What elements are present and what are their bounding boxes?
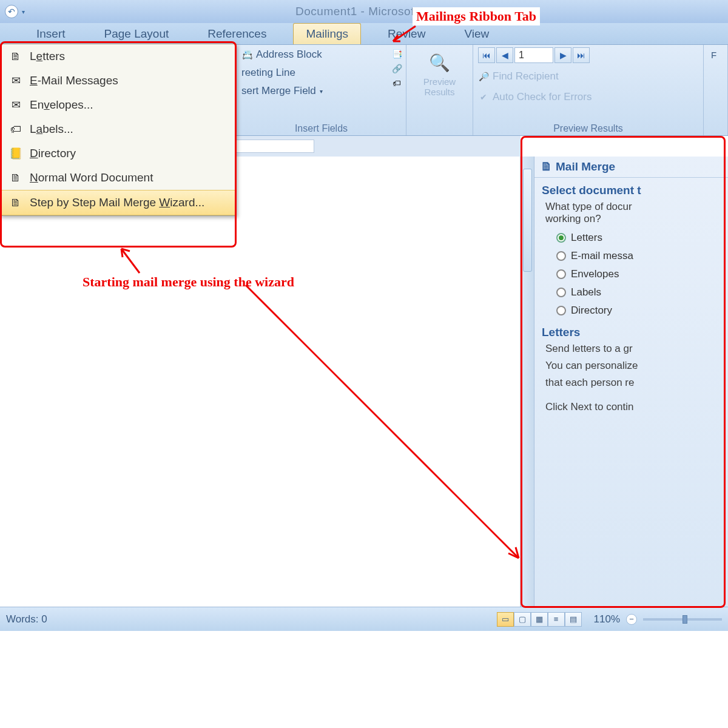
address-block-icon: 📇 [241,49,252,60]
view-buttons: ▭ ▢ ▦ ≡ ▤ [497,612,582,627]
greeting-line-label: reeting Line [241,67,295,79]
web-layout-view-button[interactable]: ▦ [531,612,548,627]
tab-view[interactable]: View [452,24,501,44]
print-layout-view-button[interactable]: ▭ [497,612,514,627]
radio-directory[interactable]: Directory [534,302,728,320]
tab-page-layout[interactable]: Page Layout [92,24,181,44]
zoom-slider[interactable] [643,618,722,621]
labels-icon: 🏷 [8,123,24,136]
preview-results-button[interactable]: 🔍 Preview Results [421,47,458,99]
find-icon: 🔎 [478,71,489,82]
envelope-icon: ✉ [8,98,24,112]
address-block-label: Address Block [256,49,322,61]
letters-title: Letters [534,320,728,342]
first-record-button[interactable]: ⏮ [478,47,495,63]
task-pane-header: 🗎 Mail Merge [534,157,728,178]
insert-merge-field-label: sert Merge Field [241,85,316,97]
zoom-level[interactable]: 110% [594,613,620,625]
radio-email[interactable]: E-mail messa [534,247,728,265]
radio-envelopes[interactable]: Envelopes [534,265,728,283]
radio-off-icon [556,288,566,297]
letters-desc-3: that each person re [534,376,728,393]
insert-merge-field-button[interactable]: sert Merge Field ▾ [241,84,323,98]
menu-item-envelopes[interactable]: ✉Envelopes... [1,93,236,117]
greeting-line-button[interactable]: reeting Line [241,66,295,80]
menu-item-letters[interactable]: 🗎Letters [1,44,236,69]
undo-button[interactable]: ↶ [5,5,18,18]
insert-fields-group-label: Insert Fields [241,122,401,134]
document-icon: 🗎 [8,172,24,184]
preview-icon: 🔍 [426,50,452,75]
find-recipient-button[interactable]: 🔎 Find Recipient [478,69,559,84]
radio-letters[interactable]: Letters [534,229,728,247]
radio-email-label: E-mail messa [571,250,633,262]
finish-button[interactable]: F [709,47,719,62]
menu-item-normal-doc[interactable]: 🗎Normal Word Document [1,166,236,190]
radio-envelopes-label: Envelopes [571,268,619,280]
vscroll-thumb[interactable] [523,169,532,272]
preview-results-label: Preview Results [423,76,456,97]
radio-off-icon [556,269,566,279]
draft-view-button[interactable]: ▤ [565,612,582,627]
zoom-out-button[interactable]: − [626,614,637,625]
match-fields-icon[interactable]: 🔗 [391,63,402,74]
annotation-label-wizard: Starting mail merge using the wizard [79,273,298,291]
qat-dropdown-icon[interactable]: ▾ [22,8,30,15]
letters-icon: 🗎 [8,50,24,63]
prev-record-button[interactable]: ◀ [496,47,513,63]
radio-labels-label: Labels [571,286,601,298]
radio-on-icon [556,233,566,243]
menu-item-labels[interactable]: 🏷Labels... [1,117,236,141]
radio-labels[interactable]: Labels [534,283,728,302]
status-bar: Words: 0 ▭ ▢ ▦ ≡ ▤ 110% − [0,607,728,631]
select-doc-type-title: Select document t [534,178,728,200]
ribbon-tabs: Insert Page Layout References Mailings R… [0,23,728,45]
zoom-slider-thumb[interactable] [682,615,687,624]
radio-directory-label: Directory [571,305,612,317]
radio-letters-label: Letters [571,232,602,244]
radio-off-icon [556,251,566,261]
start-mail-merge-menu: 🗎Letters ✉E-Mail Messages ✉Envelopes... … [0,44,237,216]
annotation-arrow-tab [388,23,419,47]
full-screen-view-button[interactable]: ▢ [514,612,531,627]
menu-item-email[interactable]: ✉E-Mail Messages [1,69,236,93]
click-next-text: Click Next to contin [534,393,728,417]
finish-label: F [711,50,716,60]
doc-type-question: What type of docur working on? [534,200,728,229]
blank-area [0,631,728,728]
task-pane-title: Mail Merge [556,160,615,174]
preview-results-group-label: Preview Results [478,122,698,134]
wizard-icon: 🗎 [8,197,24,209]
email-icon: ✉ [8,74,24,87]
menu-item-directory[interactable]: 📒Directory [1,141,236,166]
tab-mailings[interactable]: Mailings [293,23,361,44]
dropdown-icon: ▾ [320,88,323,95]
outline-view-button[interactable]: ≡ [548,612,565,627]
tab-references[interactable]: References [195,24,278,44]
address-block-button[interactable]: 📇 Address Block [241,47,322,62]
zoom-control: 110% − [594,613,722,625]
annotation-arrow-wizard-right [243,279,528,570]
letters-desc-2: You can personalize [534,359,728,376]
word-count[interactable]: Words: 0 [6,613,47,625]
directory-icon: 📒 [8,147,24,160]
task-pane-icon: 🗎 [541,160,552,174]
update-labels-icon[interactable]: 🏷 [391,78,402,89]
menu-item-wizard[interactable]: 🗎Step by Step Mail Merge Wizard... [1,190,236,215]
rules-icon[interactable]: 📑 [391,49,402,59]
auto-check-errors-button[interactable]: ✔ Auto Check for Errors [478,90,592,104]
last-record-button[interactable]: ⏭ [573,47,590,63]
annotation-label-ribbon-tab: Mailings Ribbon Tab [413,7,540,25]
find-recipient-label: Find Recipient [493,70,559,83]
tab-insert[interactable]: Insert [24,24,78,44]
letters-desc-1: Send letters to a gr [534,342,728,359]
radio-off-icon [556,306,566,315]
next-record-button[interactable]: ▶ [554,47,571,63]
title-bar: ↶ ▾ Document1 - Microsoft W [0,0,728,23]
auto-check-label: Auto Check for Errors [493,91,592,103]
check-icon: ✔ [478,92,489,103]
record-number-field[interactable] [514,47,553,63]
